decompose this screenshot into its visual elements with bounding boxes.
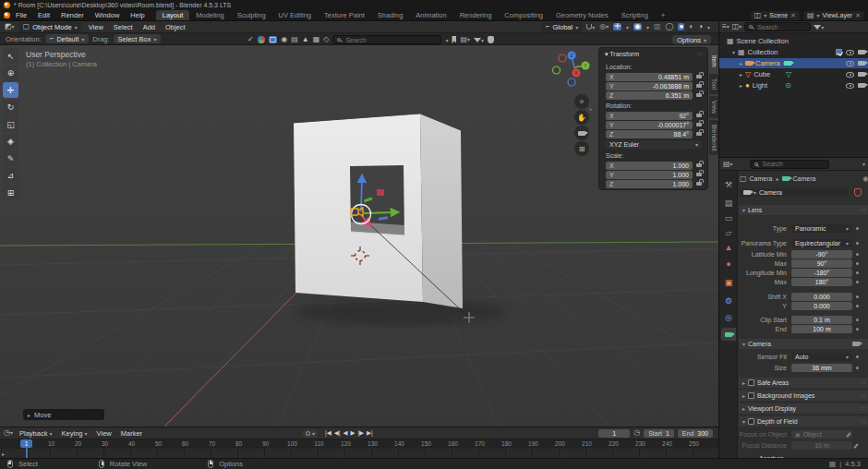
lock-icon[interactable] xyxy=(696,182,702,186)
material-ball-icon[interactable] xyxy=(258,36,265,43)
breadcrumb-data[interactable]: Camera xyxy=(792,175,815,182)
orientation-setting-dropdown[interactable]: ⌐ Default▾ xyxy=(45,34,89,43)
menu-help[interactable]: Help xyxy=(125,11,150,19)
filter-funnel-icon[interactable]: ▾ xyxy=(474,36,484,44)
drag-setting-dropdown[interactable]: Select Box▾ xyxy=(114,34,162,43)
location-y-field[interactable]: Y-0.063888 m xyxy=(606,82,693,90)
tab-world-icon[interactable]: ● xyxy=(721,258,736,271)
pin-icon[interactable]: ◉ xyxy=(862,175,868,183)
xray-toggle-icon[interactable]: ▥ xyxy=(654,23,661,30)
operator-panel[interactable]: ▸Move xyxy=(23,409,104,420)
menu-marker[interactable]: Marker xyxy=(118,429,145,438)
lens-panel-header[interactable]: ▾Lens∷ xyxy=(739,205,868,215)
expand-icon[interactable]: ▸ xyxy=(740,60,742,66)
lock-icon[interactable] xyxy=(696,93,702,97)
hide-icon[interactable] xyxy=(846,72,854,78)
tab-uv-editing[interactable]: UV Editing xyxy=(272,10,318,20)
scale-z-field[interactable]: Z1.000 xyxy=(606,180,693,188)
tab-camera-data-icon[interactable] xyxy=(721,328,736,341)
shield-icon[interactable] xyxy=(488,36,494,43)
location-z-field[interactable]: Z6.351 m xyxy=(606,91,693,100)
filter-misc-icon[interactable]: ◇ xyxy=(323,36,329,43)
collection-checkbox[interactable] xyxy=(836,49,842,55)
filter-sphere-icon[interactable]: ◉ xyxy=(281,36,287,43)
eyedropper-icon[interactable] xyxy=(846,432,850,438)
gizmo-y-arrow[interactable] xyxy=(364,212,395,213)
lock-icon[interactable] xyxy=(696,75,702,78)
properties-editor-icon[interactable]: ▤▾ xyxy=(723,161,733,168)
menu-edit[interactable]: Edit xyxy=(32,11,55,19)
render-visibility-icon[interactable] xyxy=(858,61,865,66)
outliner-search-input[interactable] xyxy=(745,24,810,31)
shading-dropdown-caret[interactable]: ▾ xyxy=(707,24,710,30)
background-images-header[interactable]: ▸Background Images∷ xyxy=(739,391,868,401)
check-icon[interactable]: ✓ xyxy=(247,36,254,43)
sidebar-tab-tool[interactable]: Tool xyxy=(709,74,718,94)
tab-animation[interactable]: Animation xyxy=(409,10,452,20)
filter-armature-icon[interactable]: ▤ xyxy=(291,36,298,43)
outliner-filter-icon[interactable]: ◫▾ xyxy=(732,23,742,30)
frame-clock-icon[interactable]: ◷ xyxy=(633,429,640,437)
camera-view-icon[interactable] xyxy=(574,126,589,140)
sidebar-tab-view[interactable]: View xyxy=(709,96,718,118)
outliner-row-light[interactable]: ▸ ● Light ⊙ xyxy=(719,80,868,90)
rotation-x-field[interactable]: X92° xyxy=(606,112,693,120)
tab-add-workspace[interactable]: + xyxy=(655,10,671,20)
sidebar-tab-blenderkit[interactable]: Blenderkit xyxy=(709,120,718,156)
expand-icon[interactable]: ▸ xyxy=(740,82,742,89)
frame-start-field[interactable]: Start1 xyxy=(644,429,674,438)
current-frame-field[interactable]: 1 xyxy=(598,429,630,438)
outliner-row-scene-collection[interactable]: ▦ Scene Collection xyxy=(719,36,868,46)
editor-type-icon[interactable]: ◩▾ xyxy=(5,23,15,30)
animate-dot[interactable] xyxy=(856,271,859,274)
lock-icon[interactable] xyxy=(696,163,702,167)
menu-keying[interactable]: Keying ▾ xyxy=(59,429,90,438)
rotation-z-field[interactable]: Z88.4° xyxy=(606,130,693,138)
shading-solid-icon[interactable]: ● xyxy=(678,23,684,30)
outliner-search[interactable] xyxy=(744,22,811,31)
tool-annotate[interactable]: ✎ xyxy=(3,150,18,166)
tool-rotate[interactable]: ↻ xyxy=(3,100,18,115)
perspective-toggle-icon[interactable]: ⊞ xyxy=(574,141,589,156)
clip-start-field[interactable]: 0.1 m xyxy=(791,316,852,324)
timeline-ruler[interactable]: 1020304050607080901001101201301401501601… xyxy=(0,439,718,449)
outliner-funnel-icon[interactable]: ▾ xyxy=(814,23,824,31)
animate-dot[interactable] xyxy=(856,262,859,265)
next-keyframe-button[interactable]: |▶ xyxy=(357,429,364,437)
camera-panel-header[interactable]: ▾Camera ∷ xyxy=(739,339,868,349)
properties-search-input[interactable] xyxy=(751,161,828,168)
transform-panel-title[interactable]: ▾ Transform xyxy=(605,51,639,58)
hide-icon[interactable] xyxy=(846,61,854,66)
tab-sculpting[interactable]: Sculpting xyxy=(231,10,272,20)
bookmark-icon[interactable] xyxy=(452,36,456,43)
playhead-badge[interactable]: 1 xyxy=(20,439,32,448)
viewport[interactable]: ↖ ⊕ ✛ ↻ ◱ ◈ ✎ ⊿ ⊞ User Perspective (1) C… xyxy=(0,45,718,427)
options-dropdown[interactable]: Options▾ xyxy=(672,35,711,44)
datablock-name-field[interactable]: ▾ Camera xyxy=(740,188,849,197)
tab-texture-paint[interactable]: Texture Paint xyxy=(318,10,371,20)
depth-of-field-header[interactable]: ▾Depth of Field∷ xyxy=(739,416,868,427)
eyedropper-icon[interactable] xyxy=(853,443,858,449)
shading-rendered-icon[interactable]: ◑ xyxy=(698,23,703,30)
tab-tool-icon[interactable]: ⚒ xyxy=(721,178,736,191)
scale-x-field[interactable]: X1.000 xyxy=(606,162,693,170)
navigation-gizmo[interactable]: Z Y X xyxy=(552,49,595,91)
longitude-min-field[interactable]: -180° xyxy=(791,269,852,277)
tab-output-icon[interactable]: ▭ xyxy=(721,211,736,224)
nav-y-neg-ball[interactable] xyxy=(553,66,561,74)
gizmo-z-arrow[interactable] xyxy=(361,178,362,211)
tab-layout[interactable]: Layout xyxy=(156,10,190,20)
menu-render[interactable]: Render xyxy=(55,11,90,19)
tab-geometry-nodes[interactable]: Geometry Nodes xyxy=(549,10,615,20)
tab-viewlayer-icon[interactable]: ▱ xyxy=(721,226,736,239)
outliner-row-camera[interactable]: ▸ Camera xyxy=(719,58,868,68)
menu-view[interactable]: View xyxy=(94,429,115,438)
animate-dot[interactable] xyxy=(856,295,859,298)
animate-dot[interactable] xyxy=(856,253,859,256)
expand-icon[interactable]: ▸ xyxy=(740,71,742,78)
proportional-edit-icon[interactable]: ◎▾ xyxy=(599,23,609,30)
sidebar-tab-item[interactable]: Item xyxy=(709,51,718,72)
gizmo-dropdown-caret[interactable]: ▾ xyxy=(626,24,629,30)
focus-distance-field[interactable]: 10 m xyxy=(791,441,852,450)
auto-key-button[interactable]: ▾ xyxy=(303,429,318,438)
